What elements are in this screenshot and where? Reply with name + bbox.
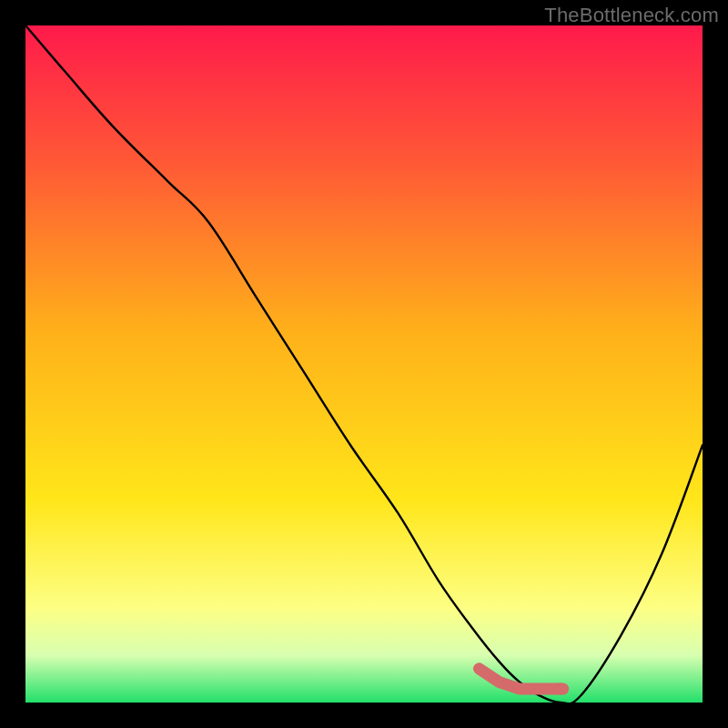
gradient-background <box>25 25 703 703</box>
chart-frame: TheBottleneck.com <box>0 0 728 728</box>
bottleneck-chart <box>25 25 703 703</box>
watermark-text: TheBottleneck.com <box>544 4 719 27</box>
